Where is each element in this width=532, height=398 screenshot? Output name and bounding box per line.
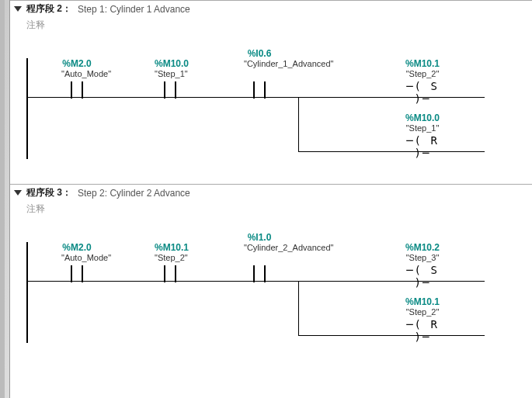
contact-glyph-icon — [68, 81, 86, 99]
network-title: 程序段 3： — [26, 186, 71, 199]
coil-reset-step1[interactable]: %M10.0 "Step_1" ─( R )─ — [399, 112, 446, 159]
wire — [298, 335, 485, 336]
power-rail — [26, 242, 28, 343]
contact-step1[interactable]: %M10.0 "Step_1" — [155, 58, 186, 89]
contact-symbol: "Auto_Mode" — [61, 253, 92, 262]
contact-symbol: "Auto_Mode" — [61, 69, 92, 78]
contact-cyl2-adv[interactable]: %I1.0 "Cylinder_2_Advanced" — [244, 232, 275, 263]
coil-symbol: "Step_2" — [399, 69, 446, 78]
wire — [298, 151, 485, 152]
coil-glyph: ─( R )─ — [399, 318, 446, 343]
wire — [298, 97, 299, 151]
contact-glyph-icon — [250, 265, 269, 282]
network-header[interactable]: 程序段 3： Step 2: Cylinder 2 Advance — [5, 185, 532, 201]
coil-symbol: "Step_3" — [399, 253, 446, 262]
network-3[interactable]: 程序段 3： Step 2: Cylinder 2 Advance 注释 %M2… — [5, 184, 532, 360]
coil-glyph: ─( S )─ — [399, 264, 446, 289]
contact-symbol: "Cylinder_1_Advanced" — [244, 59, 275, 68]
comment-label[interactable]: 注释 — [5, 17, 532, 36]
contact-address: %I0.6 — [244, 48, 275, 59]
lad-editor: 程序段 2： Step 1: Cylinder 1 Advance 注释 %M2… — [0, 0, 532, 398]
gutter — [5, 0, 10, 398]
comment-label[interactable]: 注释 — [5, 201, 532, 220]
network-description: Step 2: Cylinder 2 Advance — [78, 188, 190, 199]
coil-set-step3[interactable]: %M10.2 "Step_3" ─( S )─ — [399, 242, 446, 289]
power-rail — [26, 58, 28, 159]
coil-address: %M10.2 — [399, 242, 446, 253]
coil-set-step2[interactable]: %M10.1 "Step_2" ─( S )─ — [399, 58, 446, 105]
contact-symbol: "Step_1" — [155, 69, 186, 78]
contact-glyph-icon — [161, 265, 179, 282]
rung-area[interactable]: %M2.0 "Auto_Mode" %M10.0 "Step_1" %I0.6 … — [26, 36, 524, 176]
coil-address: %M10.1 — [399, 58, 446, 69]
collapse-icon[interactable] — [14, 6, 22, 12]
network-title: 程序段 2： — [26, 2, 71, 16]
coil-address: %M10.0 — [399, 112, 446, 123]
rung-area[interactable]: %M2.0 "Auto_Mode" %M10.1 "Step_2" %I1.0 … — [26, 220, 524, 360]
network-header[interactable]: 程序段 2： Step 1: Cylinder 1 Advance — [5, 1, 532, 17]
contact-auto-mode[interactable]: %M2.0 "Auto_Mode" — [61, 242, 92, 273]
contact-address: %M10.1 — [155, 242, 186, 253]
network-2[interactable]: 程序段 2： Step 1: Cylinder 1 Advance 注释 %M2… — [5, 0, 532, 176]
contact-glyph-icon — [250, 81, 269, 99]
contact-symbol: "Cylinder_2_Advanced" — [244, 243, 275, 252]
contact-step2[interactable]: %M10.1 "Step_2" — [155, 242, 186, 273]
contact-address: %M2.0 — [61, 242, 92, 253]
contact-address: %I1.0 — [244, 232, 275, 243]
coil-glyph: ─( R )─ — [399, 134, 446, 159]
wire — [298, 281, 299, 335]
contact-glyph-icon — [68, 265, 86, 282]
network-description: Step 1: Cylinder 1 Advance — [78, 4, 190, 15]
coil-symbol: "Step_2" — [399, 307, 446, 317]
coil-symbol: "Step_1" — [399, 123, 446, 133]
coil-reset-step2[interactable]: %M10.1 "Step_2" ─( R )─ — [399, 296, 446, 343]
coil-address: %M10.1 — [399, 296, 446, 307]
contact-symbol: "Step_2" — [155, 253, 186, 262]
coil-glyph: ─( S )─ — [399, 80, 446, 105]
contact-auto-mode[interactable]: %M2.0 "Auto_Mode" — [61, 58, 92, 89]
collapse-icon[interactable] — [14, 190, 22, 196]
contact-address: %M10.0 — [155, 58, 186, 69]
contact-cyl1-adv[interactable]: %I0.6 "Cylinder_1_Advanced" — [244, 48, 275, 79]
contact-glyph-icon — [161, 81, 179, 99]
contact-address: %M2.0 — [61, 58, 92, 69]
